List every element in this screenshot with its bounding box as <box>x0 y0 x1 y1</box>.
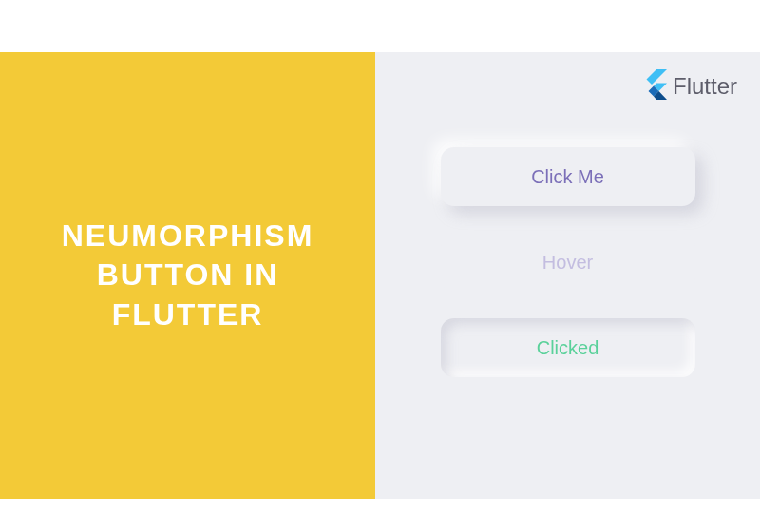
click-me-button[interactable]: Click Me <box>441 147 695 206</box>
flutter-logo: Flutter <box>642 69 737 104</box>
bottom-spacer <box>0 499 760 532</box>
top-spacer <box>0 0 760 52</box>
hover-button[interactable]: Hover <box>441 233 695 292</box>
hover-label: Hover <box>542 252 593 274</box>
content-row: NEUMORPHISM BUTTON IN FLUTTER Flutter Cl… <box>0 52 760 499</box>
left-panel: NEUMORPHISM BUTTON IN FLUTTER <box>0 52 375 499</box>
clicked-button[interactable]: Clicked <box>441 318 695 377</box>
title-line-1: NEUMORPHISM <box>62 217 314 256</box>
flutter-logo-text: Flutter <box>673 73 737 100</box>
click-me-label: Click Me <box>531 166 604 188</box>
flutter-icon <box>642 69 667 104</box>
clicked-label: Clicked <box>537 337 599 359</box>
title-line-2: BUTTON IN FLUTTER <box>19 256 356 334</box>
right-panel: Flutter Click Me Hover Clicked <box>375 52 760 499</box>
